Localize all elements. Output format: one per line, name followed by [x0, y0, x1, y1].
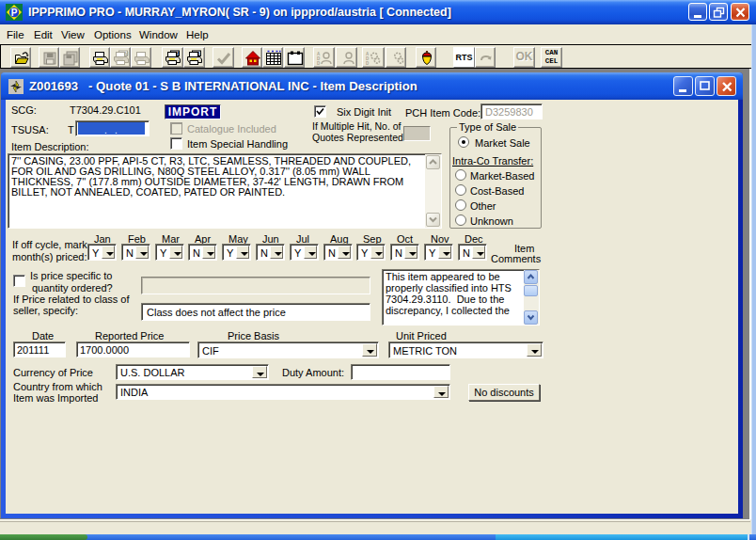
svg-text:P: P: [11, 8, 18, 18]
svg-text:D: D: [317, 61, 321, 66]
svg-text:D: D: [366, 61, 370, 66]
